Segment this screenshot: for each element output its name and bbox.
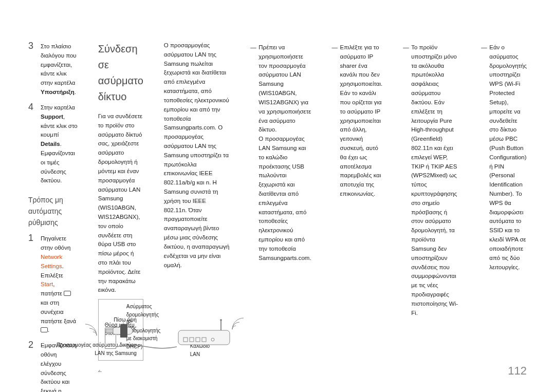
note-text: Εάν ο ασύρματος δρομολογητής υποστηρίζει… (489, 43, 527, 392)
note-text: Πρέπει να χρησιμοποιήσετε τον προσαρμογέ… (258, 43, 311, 392)
step-4: 4 Στην καρτέλα Support, κάντε κλικ στο κ… (28, 102, 78, 185)
dash-icon: ― (250, 43, 258, 392)
intro-paragraph: Για να συνδέσετε το προϊόν στο ασύρματο … (98, 112, 143, 295)
step-text: Στο πλαίσιο διαλόγου που εμφανίζεται, κά… (41, 41, 78, 97)
left-column: 3 Στο πλαίσιο διαλόγου που εμφανίζεται, … (28, 41, 78, 392)
note-2: ― Επιλέξτε για το ασύρματο IP sharer ένα… (332, 43, 383, 392)
svg-rect-9 (106, 329, 113, 333)
wifi-waves-icon (230, 316, 246, 331)
dash-icon: ― (332, 43, 340, 392)
step-text: Πηγαίνετε στην οθόνη Network Settings. Ε… (41, 233, 78, 335)
step-text: Στην καρτέλα Support, κάντε κλικ στο κου… (41, 102, 78, 185)
svg-point-2 (220, 319, 222, 321)
right-column: Σύνδεση σε ασύρματο δίκτυο Για να συνδέσ… (98, 41, 143, 392)
page-number: 112 (508, 362, 527, 380)
enter-button-icon (64, 291, 71, 296)
subheading-manual: Τρόπος μη αυτόματης ρύθμισης (28, 195, 78, 228)
dash-icon: ― (403, 43, 411, 392)
usb-adapter-icon (101, 325, 137, 337)
wifi-waves-icon (83, 322, 99, 338)
step-number: 4 (28, 102, 41, 185)
network-diagram: Ασύρματος δρομολογητής IP (δρομολογητής … (98, 299, 143, 361)
enter-button-icon (41, 327, 48, 332)
step-number: 1 (28, 233, 41, 335)
manual-step-1: 1 Πηγαίνετε στην οθόνη Network Settings.… (28, 233, 78, 335)
product-back-icon (120, 324, 127, 338)
step-number: 2 (28, 340, 41, 392)
note-4: ― Εάν ο ασύρματος δρομολογητής υποστηρίζ… (481, 43, 527, 392)
page: 3 Στο πλαίσιο διαλόγου που εμφανίζεται, … (0, 0, 555, 392)
step-number: 3 (28, 41, 41, 97)
step-3: 3 Στο πλαίσιο διαλόγου που εμφανίζεται, … (28, 41, 78, 97)
note-3: ― Το προϊόν υποστηρίζει μόνο τα ακόλουθα… (403, 43, 460, 392)
dash-icon: ― (481, 43, 489, 392)
router-icon (176, 319, 232, 349)
note-1: ― Πρέπει να χρησιμοποιήσετε τον προσαρμο… (250, 43, 311, 392)
lan-cable-icon (116, 344, 177, 350)
section-title: Σύνδεση σε ασύρματο δίκτυο (98, 41, 143, 105)
note-text: Επιλέξτε για το ασύρματο IP sharer ένα κ… (340, 43, 383, 392)
note-text: Το προϊόν υποστηρίζει μόνο τα ακόλουθα π… (411, 43, 460, 392)
